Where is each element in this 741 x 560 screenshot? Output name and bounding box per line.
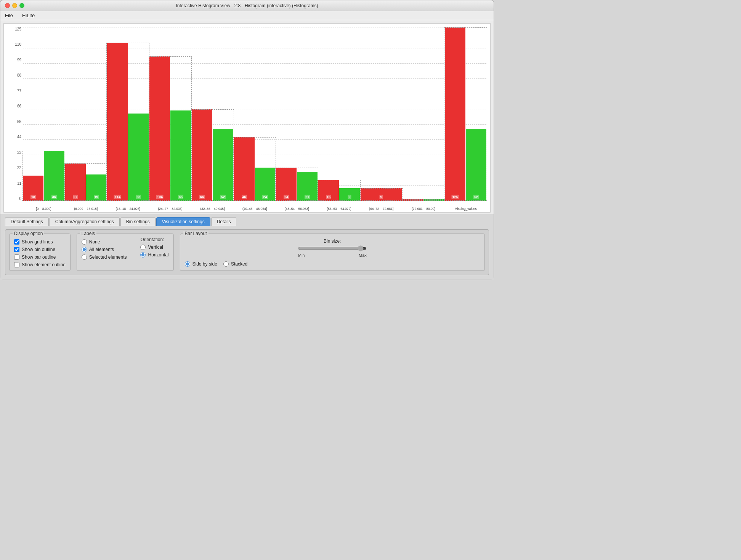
bin-size-slider[interactable] (298, 245, 367, 251)
chart-area: 0 11 22 33 44 55 66 77 88 99 110 125 183… (3, 23, 491, 213)
stacked-radio[interactable] (223, 261, 229, 267)
bin-bars: 12552 (445, 27, 486, 201)
x-label: (8.009 – 16.018] (65, 207, 107, 211)
none-label: None (89, 239, 100, 245)
show-element-outline-label: Show element outline (22, 262, 66, 267)
bar-red: 104 (149, 56, 170, 201)
min-max-row: Min Max (298, 253, 367, 258)
side-by-side-radio[interactable] (185, 261, 190, 267)
tabs-row: Default SettingsColumn/Aggregation setti… (5, 217, 489, 226)
tab-4[interactable]: Details (211, 217, 237, 226)
max-label: Max (359, 253, 367, 258)
bin-group: 2719 (65, 27, 107, 201)
none-radio[interactable] (82, 239, 87, 245)
bar-green-label: 36 (51, 195, 57, 199)
tab-1[interactable]: Column/Aggregation settings (50, 217, 120, 226)
all-elements-row: All elements (82, 247, 127, 252)
bin-bars: 2719 (65, 27, 107, 201)
bin-group: 6652 (192, 27, 233, 201)
none-row: None (82, 239, 127, 245)
labels-options: None All elements Selected elements (82, 237, 127, 260)
show-grid-lines-checkbox[interactable] (14, 239, 19, 245)
bar-green: 9 (339, 188, 360, 201)
menu-file[interactable]: File (3, 12, 14, 19)
bin-bars: 11 (403, 27, 444, 201)
bar-red-label: 15 (326, 195, 331, 199)
maximize-button[interactable] (19, 3, 24, 8)
bin-group: 12552 (445, 27, 486, 201)
selected-elements-radio[interactable] (82, 254, 87, 260)
orientation-section: Orientation: Vertical Horizontal (140, 237, 168, 260)
bar-green: 36 (44, 151, 64, 201)
bar-green-label: 9 (348, 195, 351, 199)
vertical-radio[interactable] (140, 245, 146, 250)
labels-title: Labels (80, 231, 96, 236)
tab-2[interactable]: Bin settings (120, 217, 156, 226)
bar-red: 24 (276, 168, 297, 201)
show-bin-outline-checkbox[interactable] (14, 247, 19, 252)
stacked-label: Stacked (231, 261, 247, 267)
menu-hilite[interactable]: HiLite (21, 12, 36, 19)
all-elements-radio[interactable] (82, 247, 87, 252)
bar-green-label: 52 (220, 195, 226, 199)
bin-size-slider-container (298, 245, 367, 253)
x-label: (32..36 – 40.045] (192, 207, 233, 211)
close-button[interactable] (5, 3, 10, 8)
bin-bars: 10465 (149, 27, 191, 201)
bin-bars: 6652 (192, 27, 233, 201)
bar-green-label: 19 (94, 195, 99, 199)
show-element-outline-checkbox[interactable] (14, 262, 19, 267)
vertical-label: Vertical (148, 245, 163, 250)
x-label: (48..54 – 56.063] (276, 207, 318, 211)
bar-red: 9 (361, 188, 402, 201)
bar-red: 27 (65, 163, 86, 201)
bar-green: 52 (213, 129, 233, 201)
selected-elements-row: Selected elements (82, 254, 127, 260)
bar-red-label: 46 (242, 195, 247, 199)
bar-green: 21 (297, 172, 318, 201)
bar-red-label: 104 (156, 195, 164, 199)
bin-group: 9 (361, 27, 402, 201)
show-element-outline-row: Show element outline (14, 262, 66, 267)
bin-group: 11463 (107, 27, 149, 201)
bar-green-label: 1 (432, 195, 436, 199)
bar-red: 66 (192, 109, 212, 201)
bin-bars: 1836 (23, 27, 64, 201)
bar-green: 52 (466, 129, 486, 201)
x-label: (16..18 – 24.027] (107, 207, 149, 211)
bar-green: 65 (170, 110, 191, 201)
bin-group: 1836 (23, 27, 64, 201)
title-bar: Interactive Histogram View - 2:8 - Histo… (0, 0, 494, 11)
bin-group: 4624 (234, 27, 276, 201)
vertical-row: Vertical (140, 245, 168, 250)
bar-green-label: 24 (262, 195, 268, 199)
minimize-button[interactable] (12, 3, 17, 8)
orientation-label: Orientation: (140, 237, 168, 242)
bar-red-label: 66 (199, 195, 205, 199)
bin-group: 11 (403, 27, 444, 201)
show-grid-lines-row: Show grid lines (14, 239, 66, 245)
stacked-row: Stacked (223, 261, 247, 267)
bin-group: 2421 (276, 27, 318, 201)
tab-3[interactable]: Visualization settings (156, 217, 210, 226)
side-by-side-label: Side by side (192, 261, 217, 267)
bar-green: 63 (128, 114, 149, 201)
bar-red: 18 (23, 176, 43, 201)
show-bar-outline-checkbox[interactable] (14, 254, 19, 260)
bin-bars: 2421 (276, 27, 318, 201)
horizontal-label: Horizontal (148, 252, 168, 258)
bar-green: 24 (255, 168, 276, 201)
settings-panel: Default SettingsColumn/Aggregation setti… (0, 214, 494, 280)
tab-0[interactable]: Default Settings (5, 217, 49, 226)
x-label: (56..63 – 64.072] (318, 207, 360, 211)
labels-group: Labels None All elements Sel (77, 234, 174, 271)
bar-layout-title: Bar Layout (183, 231, 209, 236)
app-window: Interactive Histogram View - 2:8 - Histo… (0, 0, 494, 280)
horizontal-radio[interactable] (140, 252, 146, 258)
bars-container: 1836271911463104656652462424211599111255… (23, 27, 486, 201)
bin-bars: 159 (318, 27, 360, 201)
x-label: (24..27 – 32.036] (149, 207, 191, 211)
all-elements-label: All elements (89, 247, 114, 252)
bar-red-label: 114 (114, 195, 121, 199)
x-label: [0 – 8.009] (23, 207, 64, 211)
